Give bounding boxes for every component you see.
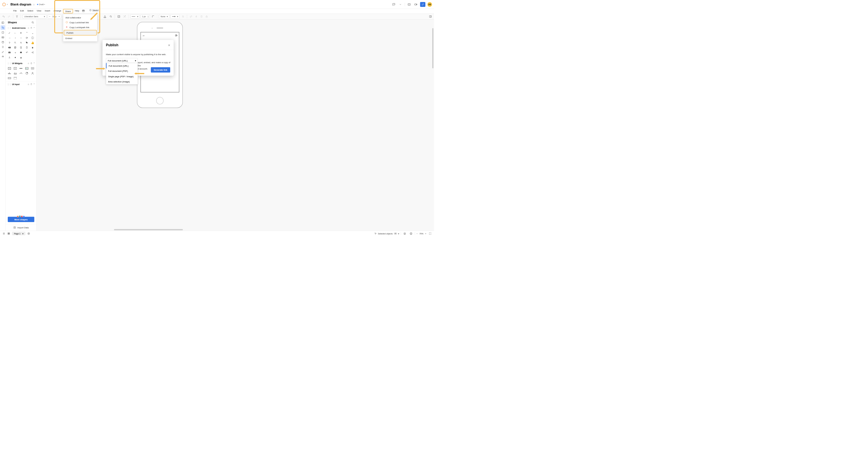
add-page-button[interactable] xyxy=(26,232,31,235)
generate-link-button[interactable]: Generate link xyxy=(151,67,170,73)
star-icon[interactable]: ☆ xyxy=(28,62,30,65)
star-icon[interactable]: ☆ xyxy=(28,83,30,85)
shape-x[interactable]: ✕ xyxy=(19,31,23,35)
zoom-in-button[interactable]: + xyxy=(425,232,426,235)
saved-status[interactable]: Saved xyxy=(89,9,98,11)
rail-shapes-icon[interactable] xyxy=(1,25,5,30)
section-uiwidgets-label[interactable]: UI Widgets xyxy=(12,62,22,65)
menu-view[interactable]: View xyxy=(35,9,43,12)
close-icon[interactable]: ✕ xyxy=(168,43,170,47)
comment-icon[interactable] xyxy=(392,2,396,7)
import-data-button[interactable]: Import Data xyxy=(6,224,36,231)
logo-dropdown[interactable]: ▾ xyxy=(7,4,8,5)
trash-icon[interactable] xyxy=(30,27,32,29)
grid-view-icon[interactable] xyxy=(6,232,11,235)
menu-share[interactable]: Share xyxy=(63,9,73,13)
rail-plugin-icon[interactable] xyxy=(1,55,5,59)
shape-thumb[interactable]: 👍 xyxy=(30,41,35,45)
star-icon[interactable]: ☆ xyxy=(28,27,30,29)
line-corner-button[interactable] xyxy=(151,14,155,19)
increase-button[interactable]: + xyxy=(57,15,61,18)
chevron-up-icon[interactable]: ⌃ xyxy=(33,62,35,65)
shape-widget-9[interactable] xyxy=(24,71,29,75)
present-icon[interactable] xyxy=(407,2,412,7)
option-full-pdf[interactable]: Full document (PDF) xyxy=(106,68,138,74)
publish-type-select[interactable]: Full document (URL) ▾ xyxy=(106,58,138,63)
rail-container-icon[interactable] xyxy=(1,30,5,35)
shape-mail[interactable] xyxy=(7,51,12,54)
document-title[interactable]: Blank diagram xyxy=(11,3,31,6)
magic-button[interactable] xyxy=(122,14,127,19)
action-button[interactable] xyxy=(194,14,198,19)
shape-info[interactable]: ⓘ xyxy=(30,36,35,40)
menu-insert[interactable]: Insert xyxy=(43,9,52,12)
accessibility-icon[interactable] xyxy=(408,232,413,235)
shape-error[interactable]: ● xyxy=(13,55,18,59)
horizontal-scrollbar[interactable] xyxy=(114,229,183,230)
shape-chevron-up[interactable]: ⌃ xyxy=(24,31,29,35)
shape-widget-4[interactable] xyxy=(24,67,29,70)
shape-question[interactable]: ? xyxy=(7,41,12,45)
shape-plus[interactable]: ＋ xyxy=(13,51,18,54)
page-tab[interactable]: Page 1 ▾ xyxy=(12,232,26,235)
shape-widget-11[interactable] xyxy=(7,77,12,80)
fullscreen-icon[interactable] xyxy=(428,232,433,235)
shape-image[interactable] xyxy=(19,51,23,54)
option-area-selection[interactable]: Area selection (Image) xyxy=(106,79,138,85)
shape-trash[interactable] xyxy=(30,46,35,50)
redo-button[interactable] xyxy=(7,14,11,19)
shape-widget-3[interactable] xyxy=(19,67,23,70)
shape-style-button[interactable] xyxy=(117,14,121,19)
section-uiinput-label[interactable]: UI Input xyxy=(12,83,20,85)
font-family-select[interactable]: Liberation Sans ▾ xyxy=(23,14,46,19)
rail-image-icon[interactable] xyxy=(1,35,5,40)
shape-chevron-left[interactable]: ‹ xyxy=(19,36,23,40)
shape-refresh[interactable]: ⟳ xyxy=(24,36,29,40)
layers-icon[interactable] xyxy=(402,232,407,235)
option-full-url[interactable]: Full document (URL) xyxy=(106,63,138,69)
phone-home-button[interactable] xyxy=(156,97,164,105)
selected-objects-indicator[interactable]: Selected objects 0 ▾ xyxy=(375,232,399,235)
search-icon[interactable] xyxy=(32,21,34,24)
rail-data-icon[interactable] xyxy=(1,40,5,45)
shape-chevron-right[interactable]: › xyxy=(13,36,18,40)
drag-handle-icon[interactable]: ⋮⋮ xyxy=(7,83,11,85)
vertical-scrollbar[interactable] xyxy=(432,28,433,68)
app-logo[interactable] xyxy=(2,2,6,6)
shape-widget-5[interactable] xyxy=(30,67,35,70)
menu-select[interactable]: Select xyxy=(26,9,35,12)
shape-cut[interactable] xyxy=(19,46,23,50)
menu-publish[interactable]: Publish xyxy=(64,30,97,36)
shape-widget-1[interactable] xyxy=(7,67,12,70)
shape-widget-6[interactable] xyxy=(7,71,12,75)
menu-file[interactable]: File xyxy=(11,9,19,12)
camera-icon[interactable] xyxy=(414,2,418,7)
star-icon[interactable]: ☆ xyxy=(33,3,35,6)
shape-widget-8[interactable] xyxy=(19,71,23,75)
chevron-up-icon[interactable]: ⌃ xyxy=(33,83,35,85)
shape-check[interactable]: ✓ xyxy=(7,31,12,35)
rail-rocket-icon[interactable] xyxy=(1,45,5,50)
arrow-end-select[interactable]: ▾ xyxy=(170,14,180,19)
chevron-down-icon[interactable] xyxy=(398,2,403,7)
format-painter-button[interactable] xyxy=(15,14,19,19)
panel-toggle-button[interactable] xyxy=(428,14,433,19)
arrow-start-select[interactable]: None ▾ xyxy=(159,14,169,19)
shape-arrow-right[interactable]: → xyxy=(7,36,12,40)
shape-undo[interactable]: ↶ xyxy=(24,51,29,54)
shape-widget-7[interactable] xyxy=(13,71,18,75)
canvas[interactable]: ← ⟳ Publish ✕ Make your content visible … xyxy=(36,20,434,231)
line-width-select[interactable]: 1 px ▴▾ xyxy=(141,14,150,19)
link-button[interactable] xyxy=(189,14,193,19)
share-link-icon[interactable] xyxy=(420,2,426,7)
draft-status[interactable]: Draft ▾ xyxy=(37,3,45,6)
fill-color-button[interactable] xyxy=(108,14,113,19)
undo-button[interactable] xyxy=(1,14,6,19)
shape-widget-10[interactable] xyxy=(30,71,35,75)
lock-button[interactable] xyxy=(205,14,209,19)
rail-pen-icon[interactable] xyxy=(1,50,5,54)
font-size-input[interactable]: − 10pt + xyxy=(48,14,61,19)
drag-handle-icon[interactable]: ⋮⋮ xyxy=(7,27,11,29)
shape-tag[interactable] xyxy=(24,41,29,45)
zoom-level[interactable]: 75% xyxy=(420,232,423,235)
